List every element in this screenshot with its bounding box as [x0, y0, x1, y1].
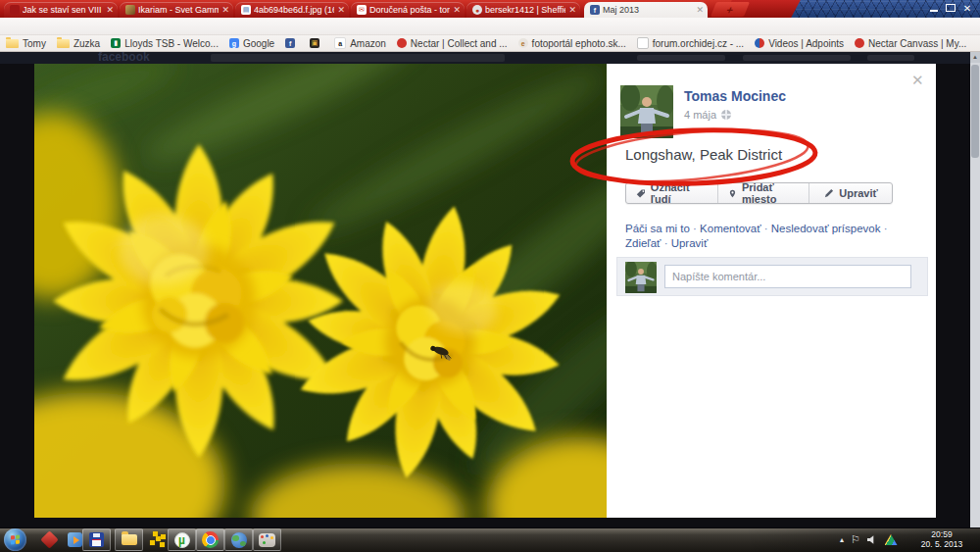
bookmark-nectar-canvass[interactable]: Nectar Canvass | My... — [855, 38, 966, 49]
taskbar-globe-browser[interactable] — [224, 528, 253, 551]
commenter-avatar — [625, 262, 657, 293]
adpoints-icon — [755, 38, 764, 48]
bookmark-amazon[interactable]: aAmazon — [334, 37, 386, 49]
tab-close-icon[interactable]: ✕ — [568, 6, 576, 15]
taskbar-file-manager[interactable] — [82, 528, 111, 551]
clock-date: 20. 5. 2013 — [909, 539, 974, 549]
drive-triangle-icon — [885, 534, 898, 545]
speaker-icon — [867, 535, 878, 545]
play-cube-icon — [68, 532, 82, 547]
bookmark-label: Zuzka — [74, 38, 100, 49]
theater-info-panel: ✕ Tomas Mocinec 4 mája L — [607, 64, 936, 518]
comment-link[interactable]: Komentovať — [700, 223, 771, 234]
author-name[interactable]: Tomas Mocinec — [684, 88, 786, 104]
avatar-graphic — [620, 85, 673, 138]
tab-close-icon[interactable]: ✕ — [696, 6, 704, 15]
amazon-icon: a — [334, 37, 346, 49]
tab-close-icon[interactable]: ✕ — [106, 6, 114, 15]
taskbar-paint-app[interactable] — [253, 528, 281, 551]
tab-close-icon[interactable]: ✕ — [453, 6, 461, 15]
clock-time: 20:59 — [909, 529, 974, 539]
tab-4[interactable]: ● bersekr1412 | Sheffield & ✕ — [466, 2, 580, 18]
button-label: Pridať miesto — [742, 181, 799, 205]
bookmark-label: Tomy — [23, 38, 46, 49]
tab-title: Jak se staví sen VIII (8) | Pr — [23, 5, 103, 15]
scroll-up-arrow[interactable]: ▲ — [970, 52, 980, 63]
bookmark-ephoto[interactable]: efotoportál ephoto.sk... — [518, 38, 626, 49]
add-place-button[interactable]: Pridať miesto — [717, 183, 808, 203]
author-avatar[interactable] — [620, 85, 673, 138]
tab-title: bersekr1412 | Sheffield & — [485, 5, 565, 15]
bookmark-nectar[interactable]: Nectar | Collect and ... — [397, 38, 508, 49]
edit-button[interactable]: Upraviť — [808, 183, 892, 203]
post-date[interactable]: 4 mája — [684, 109, 731, 121]
bookmark-folder-zuzka[interactable]: Zuzka — [57, 38, 100, 49]
tag-people-button[interactable]: Označiť ľudí — [626, 183, 717, 203]
windows-flag-icon — [11, 535, 20, 545]
nectar-icon — [397, 38, 407, 48]
browser-toolbar: ← → ⟳ https :// www.facebook.com /photo.… — [0, 18, 980, 35]
lloyds-icon: ▮ — [111, 38, 121, 48]
site-favicon — [10, 5, 20, 15]
taskbar-chrome-active[interactable] — [196, 528, 224, 551]
bookmark-label: forum.orchidej.cz - ... — [653, 38, 744, 49]
taskbar-red-diamond-app[interactable] — [35, 528, 64, 551]
palette-icon — [259, 533, 275, 547]
edit-link[interactable]: Upraviť — [671, 237, 709, 249]
game-favicon — [125, 5, 135, 15]
close-icon[interactable]: ✕ — [911, 72, 924, 89]
globe-icon — [231, 532, 247, 548]
floppy-disk-icon — [89, 532, 104, 547]
share-link[interactable]: Zdieľať — [625, 237, 671, 249]
tab-1[interactable]: Ikariam - Svet Gamma ✕ — [120, 2, 233, 18]
bookmark-facebook[interactable]: f — [285, 38, 299, 48]
post-date-text: 4 mája — [684, 109, 716, 121]
bookmark-label: Videos | Adpoints — [768, 38, 844, 49]
tab-0[interactable]: Jak se staví sen VIII (8) | Pr ✕ — [4, 2, 118, 18]
bookmark-briefcase[interactable]: ▣ — [310, 38, 323, 48]
folder-icon — [6, 39, 19, 48]
bookmark-label: Nectar | Collect and ... — [411, 38, 508, 49]
bookmark-lloyds[interactable]: ▮Lloyds TSB - Welco... — [111, 38, 219, 49]
chrome-icon — [202, 531, 219, 548]
bookmark-google[interactable]: gGoogle — [229, 38, 274, 49]
daffodil-photo-graphic — [34, 64, 607, 518]
page-scrollbar[interactable]: ▲ — [970, 52, 980, 527]
tray-google-drive-icon[interactable] — [882, 528, 900, 551]
bookmark-folder-tomy[interactable]: Tomy — [6, 38, 46, 49]
theater-photo-daffodils[interactable] — [34, 64, 607, 518]
unfollow-link[interactable]: Nesledovať príspevok — [771, 223, 888, 234]
window-minimize-button[interactable] — [927, 3, 941, 13]
bookmark-label: fotoportál ephoto.sk... — [532, 38, 626, 49]
tab-2[interactable]: ▤ 4ab694be6d.f.jpg (1680×1 ✕ — [235, 2, 349, 18]
tab-active-maj-2013[interactable]: f Maj 2013 ✕ — [584, 2, 708, 18]
new-tab-button[interactable]: + — [710, 2, 750, 17]
facebook-logo: facebook — [98, 50, 150, 64]
taskbar-utorrent[interactable]: µ — [168, 528, 196, 551]
window-close-button[interactable]: ✕ — [960, 3, 974, 13]
facebook-icon: f — [285, 38, 295, 48]
comment-input[interactable] — [664, 265, 911, 288]
tray-show-hidden-icons[interactable]: ▴ — [835, 528, 849, 551]
tray-action-center-flag-icon[interactable]: ⚐ — [849, 528, 862, 551]
bookmark-adpoints[interactable]: Videos | Adpoints — [755, 38, 844, 49]
like-link[interactable]: Páči sa mi to — [625, 223, 700, 234]
dimmed-nav-item — [743, 55, 851, 61]
scrollbar-thumb[interactable] — [971, 65, 979, 158]
window-maximize-button[interactable] — [944, 3, 957, 13]
tray-volume-icon[interactable] — [864, 528, 880, 551]
start-button[interactable] — [4, 528, 26, 551]
taskbar-clock[interactable]: 20:59 20. 5. 2013 — [909, 529, 974, 549]
tab-3[interactable]: ✉ Doručená pošta - tomas.n ✕ — [351, 2, 465, 18]
ephoto-icon: e — [518, 38, 528, 48]
photo-action-buttons: Označiť ľudí Pridať miesto Upraviť — [625, 182, 893, 204]
bookmark-orchidej[interactable]: forum.orchidej.cz - ... — [637, 37, 744, 49]
forum-favicon: ● — [472, 5, 482, 15]
tab-close-icon[interactable]: ✕ — [337, 6, 345, 15]
bookmark-label: Nectar Canvass | My... — [868, 38, 966, 49]
dimmed-facebook-navbar: facebook — [0, 52, 980, 64]
dimmed-nav-item — [867, 55, 914, 61]
photo-caption-location: Longshaw, Peak District — [625, 146, 782, 163]
tab-close-icon[interactable]: ✕ — [221, 6, 229, 15]
taskbar-explorer[interactable] — [115, 528, 143, 551]
